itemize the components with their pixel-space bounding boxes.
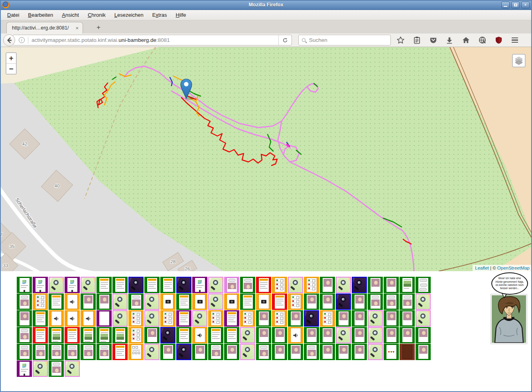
activity-tile-mapdark[interactable]: [176, 344, 191, 360]
activity-tile-person[interactable]: [320, 294, 335, 310]
menu-bearbeiten[interactable]: Bearbeiten: [24, 11, 57, 19]
activity-tile-list[interactable]: [272, 277, 287, 293]
menu-extras[interactable]: Extras: [148, 11, 171, 19]
activity-tile-map[interactable]: [81, 277, 96, 293]
activity-tile-person[interactable]: [160, 344, 175, 360]
activity-tile-person[interactable]: [416, 327, 431, 343]
activity-tile-doc[interactable]: [224, 310, 239, 327]
activity-tile-bubble[interactable]: [49, 360, 64, 377]
activity-tile-blank[interactable]: [97, 310, 112, 327]
activity-tile-doc[interactable]: [272, 294, 287, 310]
activity-tile-doc[interactable]: [33, 310, 48, 327]
activity-tile-bubble[interactable]: [384, 294, 399, 310]
activity-tile-doc[interactable]: [176, 310, 191, 327]
activity-tile-map[interactable]: [368, 344, 383, 360]
activity-tile-map[interactable]: [368, 310, 383, 327]
activity-tile-bubble[interactable]: [81, 344, 96, 360]
activity-tile-map[interactable]: [33, 360, 48, 377]
activity-tile-docphoto[interactable]: [49, 327, 64, 343]
activity-tile-person[interactable]: [288, 344, 303, 360]
activity-tile-person[interactable]: [384, 310, 399, 327]
activity-tile-map[interactable]: [112, 310, 128, 327]
activity-tile-person[interactable]: [336, 310, 351, 327]
activity-tile-logo[interactable]: [33, 277, 48, 293]
activity-tile-bubble[interactable]: [65, 344, 80, 360]
search-input[interactable]: [308, 37, 387, 43]
activity-tile-cam[interactable]: [160, 294, 175, 310]
title-bar[interactable]: Mozilla Firefox ×: [0, 0, 532, 10]
activity-tile-mapdark[interactable]: [304, 310, 319, 327]
activity-tile-person[interactable]: [352, 327, 367, 343]
extension-globe-icon[interactable]: [478, 36, 486, 44]
bookmark-star-icon[interactable]: [396, 36, 404, 44]
activity-tile-cam[interactable]: [256, 294, 271, 310]
site-info-icon[interactable]: i: [19, 37, 25, 43]
leaflet-link[interactable]: Leaflet: [475, 266, 489, 270]
activity-tile-cam[interactable]: [192, 294, 207, 310]
activity-tile-person[interactable]: [256, 310, 271, 327]
activity-tile-person[interactable]: [352, 294, 367, 310]
activity-tile-map[interactable]: [368, 327, 383, 343]
activity-tile-list[interactable]: [33, 294, 48, 310]
activity-tile-map[interactable]: [336, 277, 351, 293]
activity-tile-person[interactable]: [97, 294, 112, 310]
menu-hamburger-icon[interactable]: [511, 36, 519, 44]
activity-tile-person[interactable]: [320, 327, 335, 343]
activity-tile-list[interactable]: [160, 310, 175, 327]
activity-tile-list[interactable]: [240, 310, 255, 327]
activity-tile-logo[interactable]: [65, 277, 80, 293]
activity-tile-hearts[interactable]: ♥♥♥: [384, 344, 399, 360]
activity-tile-mapdark[interactable]: [128, 277, 144, 293]
activity-tile-speaker[interactable]: [288, 327, 303, 343]
activity-tile-dark[interactable]: [400, 344, 415, 360]
activity-tile-person[interactable]: [288, 310, 303, 327]
activity-tile-cam[interactable]: [224, 294, 239, 310]
activity-tile-doc[interactable]: [112, 344, 128, 360]
activity-tile-map[interactable]: [112, 294, 128, 310]
minimize-button[interactable]: [501, 2, 510, 8]
search-box[interactable]: [298, 35, 391, 45]
activity-tile-bubble[interactable]: [240, 277, 255, 293]
reload-button[interactable]: [278, 35, 292, 45]
activity-tile-doc[interactable]: [176, 327, 191, 343]
activity-tile-bubble[interactable]: [224, 277, 239, 293]
layers-control[interactable]: [512, 54, 526, 67]
activity-tile-docphoto[interactable]: [97, 327, 112, 343]
activity-tile-person[interactable]: [368, 277, 383, 293]
activity-tile-bubble[interactable]: [128, 294, 144, 310]
activity-tile-map[interactable]: [336, 327, 351, 343]
new-tab-button[interactable]: +: [93, 23, 104, 32]
activity-tile-bubble[interactable]: [49, 344, 64, 360]
menu-lesezeichen[interactable]: Lesezeichen: [110, 11, 148, 19]
activity-tile-person[interactable]: [400, 310, 415, 327]
activity-tile-doc[interactable]: [65, 327, 80, 343]
activity-tile-person[interactable]: [352, 344, 367, 360]
activity-tile-map[interactable]: [144, 310, 160, 327]
activity-tile-bubble[interactable]: [97, 344, 112, 360]
activity-tile-person[interactable]: [416, 344, 431, 360]
activity-tile-list[interactable]: [208, 310, 223, 327]
activity-tile-doc[interactable]: [208, 327, 223, 343]
activity-tile-map[interactable]: [240, 327, 255, 343]
activity-tile-map[interactable]: [416, 294, 431, 310]
url-bar[interactable]: i activitymapper.static.potato.kinf.wiai…: [13, 35, 292, 45]
activity-tile-doc[interactable]: [176, 294, 191, 310]
url-text[interactable]: activitymapper.static.potato.kinf.wiai.u…: [32, 37, 278, 43]
activity-tile-bubble[interactable]: [208, 344, 223, 360]
activity-tile-list[interactable]: [320, 310, 335, 327]
tab-close-icon[interactable]: ×: [75, 25, 79, 31]
activity-tile-bubble[interactable]: [33, 344, 48, 360]
reading-list-icon[interactable]: [413, 36, 421, 44]
activity-tile-person[interactable]: [272, 344, 287, 360]
activity-tile-doc[interactable]: [256, 277, 271, 293]
activity-tile-doc[interactable]: [160, 277, 175, 293]
activity-tile-doc[interactable]: [224, 327, 239, 343]
zoom-in-button[interactable]: +: [6, 53, 16, 63]
activity-tile-bubble[interactable]: [400, 294, 415, 310]
activity-tile-map[interactable]: [416, 310, 431, 327]
activity-tile-person[interactable]: [320, 277, 335, 293]
activity-tile-form[interactable]: [128, 344, 144, 360]
activity-tile-person[interactable]: [320, 344, 335, 360]
pocket-icon[interactable]: [429, 36, 437, 44]
activity-tile-map[interactable]: [49, 277, 64, 293]
